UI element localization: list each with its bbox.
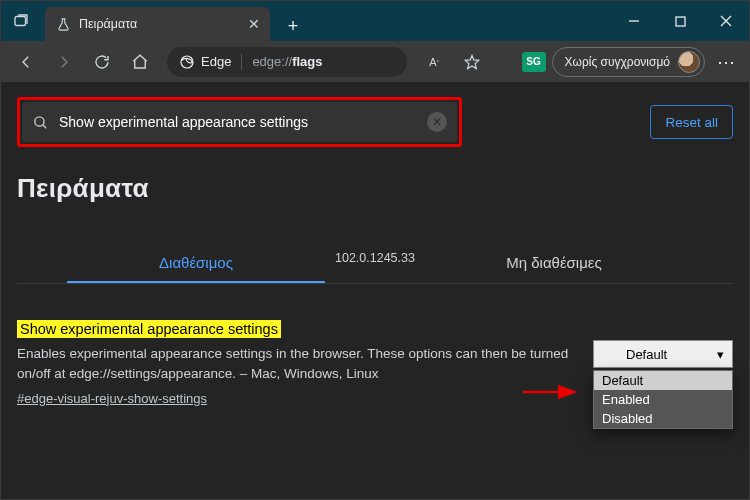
dropdown-option-default[interactable]: Default — [594, 371, 732, 390]
dropdown-list: Default Enabled Disabled — [593, 370, 733, 429]
browser-toolbar: Edge edge://flags Aי SG Χωρίς συγχρονισμ… — [1, 41, 749, 83]
edge-label: Edge — [201, 54, 231, 69]
divider — [241, 54, 242, 70]
dropdown-option-disabled[interactable]: Disabled — [594, 409, 732, 428]
maximize-button[interactable] — [657, 1, 703, 41]
search-input[interactable]: Show experimental appearance settings — [59, 114, 417, 130]
chevron-down-icon: ▾ — [717, 347, 724, 362]
back-button[interactable] — [9, 45, 43, 79]
flag-name: Show experimental appearance settings — [17, 320, 281, 338]
flags-page: Show experimental appearance settings ✕ … — [1, 83, 749, 499]
tab-manager-button[interactable] — [1, 1, 41, 41]
flag-dropdown: Default ▾ Default Enabled Disabled — [593, 340, 733, 429]
clear-search-button[interactable]: ✕ — [427, 112, 447, 132]
forward-button[interactable] — [47, 45, 81, 79]
flask-icon — [55, 16, 71, 32]
search-highlight: Show experimental appearance settings ✕ — [17, 97, 462, 147]
address-bar[interactable]: Edge edge://flags — [167, 47, 407, 77]
dropdown-option-enabled[interactable]: Enabled — [594, 390, 732, 409]
annotation-arrow — [523, 382, 583, 406]
edge-icon: Edge — [179, 54, 231, 70]
refresh-button[interactable] — [85, 45, 119, 79]
search-box[interactable]: Show experimental appearance settings ✕ — [22, 102, 457, 142]
svg-rect-0 — [15, 17, 26, 26]
svg-point-6 — [35, 116, 44, 125]
svg-line-7 — [43, 124, 46, 127]
tab-close-button[interactable]: ✕ — [248, 16, 260, 32]
dropdown-button[interactable]: Default ▾ — [593, 340, 733, 368]
profile-sync-button[interactable]: Χωρίς συγχρονισμό — [552, 47, 705, 77]
sync-label: Χωρίς συγχρονισμό — [565, 55, 670, 69]
new-tab-button[interactable]: + — [278, 11, 308, 41]
search-icon — [32, 114, 49, 131]
reader-mode-button[interactable]: Aי — [417, 45, 451, 79]
tab-title: Πειράματα — [79, 17, 240, 31]
reset-all-button[interactable]: Reset all — [650, 105, 733, 139]
window-controls — [611, 1, 749, 41]
dropdown-selected: Default — [626, 347, 667, 362]
svg-rect-2 — [676, 17, 685, 26]
browser-tab[interactable]: Πειράματα ✕ — [45, 7, 270, 41]
version-text: 102.0.1245.33 — [1, 251, 749, 265]
extension-badge[interactable]: SG — [522, 52, 546, 72]
favorite-button[interactable] — [455, 45, 489, 79]
flag-description: Enables experimental appearance settings… — [17, 344, 577, 385]
flag-item: Show experimental appearance settings En… — [17, 320, 733, 407]
more-menu-button[interactable]: ⋯ — [711, 51, 741, 73]
browser-window: Πειράματα ✕ + Edge edge://flags Aי SG — [0, 0, 750, 500]
page-title: Πειράματα — [17, 173, 733, 204]
home-button[interactable] — [123, 45, 157, 79]
url-text: edge://flags — [252, 54, 322, 69]
flag-hash-link[interactable]: #edge-visual-rejuv-show-settings — [17, 391, 207, 406]
avatar — [678, 51, 700, 73]
minimize-button[interactable] — [611, 1, 657, 41]
titlebar: Πειράματα ✕ + — [1, 1, 749, 41]
close-button[interactable] — [703, 1, 749, 41]
